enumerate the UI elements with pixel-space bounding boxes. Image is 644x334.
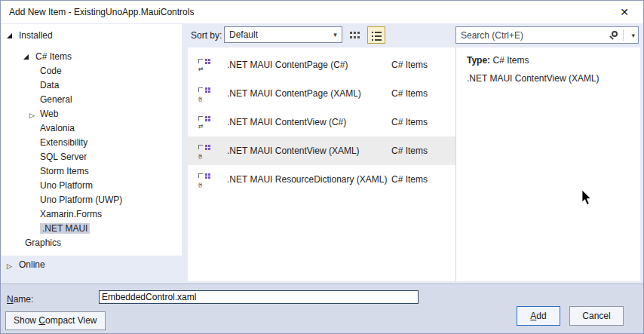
tree-item-data[interactable]: Data: [1, 78, 182, 93]
tree-item-general[interactable]: General: [1, 93, 182, 107]
tree-item-label: Data: [40, 80, 59, 90]
template-type: C# Items: [391, 146, 428, 156]
tree-item-uno-platform-uwp[interactable]: Uno Platform (UWP): [1, 193, 182, 207]
template-category-tree: Installed C# Items Code Data General ▷ W…: [1, 24, 182, 256]
tree-item-web[interactable]: ▷ Web: [1, 107, 182, 121]
collapsed-triangle-icon: ▷: [7, 259, 12, 274]
search-separator: [623, 29, 624, 41]
template-row-contentpage-cs[interactable]: ⇄ .NET MAUI ContentPage (C#) C# Items: [188, 51, 455, 79]
tree-item-extensibility[interactable]: Extensibility: [1, 136, 182, 150]
name-input[interactable]: [99, 290, 419, 304]
tree-item-storm-items[interactable]: Storm Items: [1, 164, 182, 179]
tree-item-xamarin-forms[interactable]: Xamarin.Forms: [1, 207, 182, 222]
tree-item-sql-server[interactable]: SQL Server: [1, 150, 182, 164]
tree-item-uno-platform[interactable]: Uno Platform: [1, 179, 182, 193]
tree-item-label-selected: .NET MAUI: [40, 223, 90, 234]
dialog-title: Add New Item - ExistingUnoApp.MauiContro…: [9, 7, 194, 17]
template-details-panel: Type: C# Items .NET MAUI ContentView (XA…: [456, 47, 640, 281]
template-row-resourcedictionary-xaml[interactable]: (▪) .NET MAUI ResourceDictionary (XAML) …: [188, 165, 455, 194]
tree-group-installed[interactable]: Installed: [1, 29, 182, 42]
small-icons-view-icon: [350, 32, 352, 34]
cancel-button[interactable]: Cancel: [569, 306, 624, 326]
tree-item-label: Storm Items: [40, 166, 89, 176]
tree-item-label: C# Items: [35, 51, 72, 62]
tree-item-label: Xamarin.Forms: [40, 209, 102, 219]
tree-item-dotnet-maui[interactable]: .NET MAUI: [1, 222, 182, 236]
tree-group-online[interactable]: ▷ Online: [1, 258, 182, 272]
list-view-icon: [372, 32, 373, 33]
maui-xaml-template-icon: (▪): [198, 87, 212, 100]
search-input[interactable]: [458, 28, 606, 42]
maui-cs-template-icon: ⇄: [198, 59, 212, 71]
template-row-contentpage-xaml[interactable]: (▪) .NET MAUI ContentPage (XAML) C# Item…: [188, 79, 455, 108]
template-name: .NET MAUI ContentPage (XAML): [227, 88, 361, 99]
tree-item-code[interactable]: Code: [1, 64, 182, 78]
template-name: .NET MAUI ContentView (C#): [227, 117, 346, 127]
template-type: C# Items: [391, 88, 428, 99]
type-label: Type:: [467, 55, 490, 66]
small-icons-view-button[interactable]: [346, 27, 363, 44]
show-compact-view-button[interactable]: Show Compact View: [5, 311, 106, 330]
sort-by-value: Default: [229, 29, 258, 40]
tree-item-label: General: [40, 94, 72, 105]
template-type: C# Items: [391, 117, 428, 127]
chevron-down-icon: ▾: [329, 27, 342, 42]
name-label: Name:: [7, 294, 33, 305]
add-button[interactable]: Add: [517, 306, 560, 326]
expanded-triangle-icon: [7, 33, 12, 38]
close-icon[interactable]: ✕: [613, 4, 636, 20]
template-type: C# Items: [391, 174, 428, 185]
template-type: C# Items: [391, 60, 428, 70]
expanded-triangle-icon: [23, 54, 29, 60]
tree-item-label: Uno Platform: [40, 180, 93, 191]
tree-item-graphics[interactable]: Graphics: [1, 236, 182, 250]
template-name: .NET MAUI ContentView (XAML): [227, 146, 360, 156]
template-name: .NET MAUI ContentPage (C#): [227, 60, 348, 70]
tree-item-label: Web: [40, 109, 58, 119]
tree-item-avalonia[interactable]: Avalonia: [1, 121, 182, 136]
template-type-row: Type: C# Items: [467, 55, 529, 66]
add-new-item-dialog: Add New Item - ExistingUnoApp.MauiContro…: [0, 0, 644, 334]
sort-by-label: Sort by:: [191, 30, 222, 41]
tree-item-label: Avalonia: [40, 123, 75, 133]
tree-item-label: SQL Server: [40, 152, 87, 162]
tree-group-label: Installed: [19, 30, 53, 41]
tree-item-label: Extensibility: [40, 137, 87, 148]
search-icon[interactable]: [612, 31, 618, 37]
list-view-icon-lines: [375, 32, 382, 33]
tree-item-label: Code: [40, 66, 62, 76]
maui-cs-template-icon: ⇄: [198, 116, 212, 128]
tree-item-label: Graphics: [25, 237, 61, 248]
maui-xaml-template-icon: (▪): [198, 145, 212, 157]
template-row-contentview-xaml-selected[interactable]: (▪) .NET MAUI ContentView (XAML) C# Item…: [188, 136, 455, 165]
tree-group-label: Online: [19, 259, 45, 270]
template-name: .NET MAUI ResourceDictionary (XAML): [227, 174, 388, 185]
type-value: C# Items: [492, 55, 529, 66]
sort-by-dropdown[interactable]: Default ▾: [224, 26, 342, 43]
template-row-contentview-cs[interactable]: ⇄ .NET MAUI ContentView (C#) C# Items: [188, 108, 455, 136]
template-list: ⇄ .NET MAUI ContentPage (C#) C# Items (▪…: [188, 47, 455, 281]
dialog-footer: Name: Show Compact View Add Cancel: [1, 283, 644, 334]
tree-item-csharp-items[interactable]: C# Items: [1, 50, 182, 64]
maui-xaml-template-icon: (▪): [198, 173, 212, 185]
search-box: ▾: [455, 26, 639, 44]
list-view-button[interactable]: [367, 26, 385, 44]
title-bar: Add New Item - ExistingUnoApp.MauiContro…: [1, 1, 643, 23]
tree-item-label: Uno Platform (UWP): [40, 195, 122, 205]
chevron-down-icon[interactable]: ▾: [631, 32, 635, 39]
template-description: .NET MAUI ContentView (XAML): [467, 73, 600, 84]
